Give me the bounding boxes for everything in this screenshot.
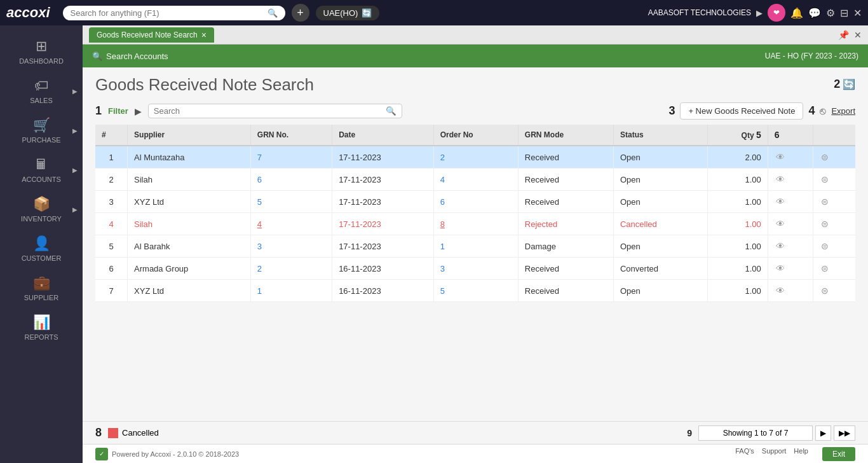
cell-more-action[interactable]: ⊜ xyxy=(813,213,855,235)
export-window-button[interactable]: ⎋ xyxy=(820,106,826,117)
purchase-icon: 🛒 xyxy=(33,117,50,134)
new-grn-button[interactable]: + New Goods Received Note xyxy=(680,102,803,120)
cell-more-action[interactable]: ⊜ xyxy=(813,280,855,302)
table-row[interactable]: 4 Silah 4 17-11-2023 8 Rejected Cancelle… xyxy=(95,213,855,235)
cell-more-action[interactable]: ⊜ xyxy=(813,146,855,169)
export-button[interactable]: Export xyxy=(831,106,855,116)
footer-links: FAQ's Support Help Exit xyxy=(735,447,855,461)
sidebar-item-reports[interactable]: 📊 REPORTS xyxy=(0,308,83,347)
view-button[interactable]: 👁 xyxy=(775,218,786,230)
cell-grn-no[interactable]: 6 xyxy=(250,169,332,191)
tab-grn-search[interactable]: Goods Received Note Search × xyxy=(89,27,214,43)
annotation-1: 1 xyxy=(95,104,102,118)
view-button[interactable]: 👁 xyxy=(775,240,786,252)
add-button[interactable]: + xyxy=(292,4,309,22)
cell-grn-no[interactable]: 4 xyxy=(250,213,332,235)
pagination-next-button[interactable]: ▶ xyxy=(815,425,831,441)
table-row[interactable]: 3 XYZ Ltd 5 17-11-2023 6 Received Open 1… xyxy=(95,191,855,213)
cell-view-action[interactable]: 👁 xyxy=(768,191,813,213)
view-button[interactable]: 👁 xyxy=(775,151,786,163)
cell-view-action[interactable]: 👁 xyxy=(768,235,813,258)
global-search-icon[interactable]: 🔍 xyxy=(268,8,278,18)
filter-play-button[interactable]: ▶ xyxy=(135,106,142,116)
cell-date: 16-11-2023 xyxy=(332,258,434,280)
search-input[interactable] xyxy=(154,106,386,116)
cell-grn-no[interactable]: 3 xyxy=(250,235,332,258)
cell-view-action[interactable]: 👁 xyxy=(768,146,813,169)
cell-date: 17-11-2023 xyxy=(332,146,434,169)
footer-support-link[interactable]: Support xyxy=(762,447,787,461)
table-row[interactable]: 2 Silah 6 17-11-2023 4 Received Open 1.0… xyxy=(95,169,855,191)
footer-faqs-link[interactable]: FAQ's xyxy=(735,447,754,461)
table-row[interactable]: 1 Al Muntazaha 7 17-11-2023 2 Received O… xyxy=(95,146,855,169)
sidebar-item-sales[interactable]: 🏷 SALES ▶ xyxy=(0,71,83,111)
sidebar-item-accounts[interactable]: 🖩 ACCOUNTS ▶ xyxy=(0,150,83,190)
cell-order-no[interactable]: 4 xyxy=(433,169,518,191)
cell-status: Open xyxy=(613,191,707,213)
cell-order-no[interactable]: 2 xyxy=(433,146,518,169)
messages-icon[interactable]: 💬 xyxy=(808,7,821,19)
view-button[interactable]: 👁 xyxy=(775,173,786,186)
cell-order-no[interactable]: 6 xyxy=(433,191,518,213)
more-button[interactable]: ⊜ xyxy=(820,262,830,275)
more-button[interactable]: ⊜ xyxy=(820,151,830,163)
table-row[interactable]: 5 Al Barahk 3 17-11-2023 1 Damage Open 1… xyxy=(95,235,855,258)
sidebar-item-customer[interactable]: 👤 CUSTOMER xyxy=(0,229,83,268)
search-accounts-button[interactable]: 🔍 Search Accounts xyxy=(92,52,168,61)
cell-grn-no[interactable]: 2 xyxy=(250,258,332,280)
close-icon[interactable]: ✕ xyxy=(853,7,862,19)
cell-view-action[interactable]: 👁 xyxy=(768,280,813,302)
tab-close-button[interactable]: × xyxy=(201,30,207,40)
settings-icon[interactable]: ⚙ xyxy=(826,7,835,19)
avatar[interactable]: ❤ xyxy=(768,4,785,22)
cell-more-action[interactable]: ⊜ xyxy=(813,235,855,258)
cell-view-action[interactable]: 👁 xyxy=(768,213,813,235)
cell-order-no[interactable]: 3 xyxy=(433,258,518,280)
cell-more-action[interactable]: ⊜ xyxy=(813,258,855,280)
cell-grn-mode: Received xyxy=(518,191,613,213)
cell-grn-no[interactable]: 5 xyxy=(250,191,332,213)
tab-window-close-button[interactable]: ✕ xyxy=(854,30,862,40)
cell-more-action[interactable]: ⊜ xyxy=(813,169,855,191)
sidebar-item-dashboard[interactable]: ⊞ DASHBOARD xyxy=(0,32,83,71)
footer-help-link[interactable]: Help xyxy=(794,447,808,461)
cell-more-action[interactable]: ⊜ xyxy=(813,191,855,213)
more-button[interactable]: ⊜ xyxy=(820,218,830,230)
table-row[interactable]: 6 Armada Group 2 16-11-2023 3 Received C… xyxy=(95,258,855,280)
cell-order-no[interactable]: 1 xyxy=(433,235,518,258)
cell-view-action[interactable]: 👁 xyxy=(768,169,813,191)
global-search-input[interactable] xyxy=(71,8,264,18)
accounts-icon: 🖩 xyxy=(34,156,48,173)
exit-button[interactable]: Exit xyxy=(822,447,855,461)
table-row[interactable]: 7 XYZ Ltd 1 16-11-2023 5 Received Open 1… xyxy=(95,280,855,302)
cell-grn-no[interactable]: 1 xyxy=(250,280,332,302)
global-search-bar[interactable]: 🔍 xyxy=(63,6,285,20)
more-button[interactable]: ⊜ xyxy=(820,173,830,186)
cell-order-no[interactable]: 5 xyxy=(433,280,518,302)
sidebar-item-inventory[interactable]: 📦 INVENTORY ▶ xyxy=(0,190,83,229)
app-logo: accoxi xyxy=(6,4,50,21)
cell-view-action[interactable]: 👁 xyxy=(768,258,813,280)
minimize-icon[interactable]: ⊟ xyxy=(840,7,848,19)
more-button[interactable]: ⊜ xyxy=(820,240,830,252)
search-go-button[interactable]: 🔍 xyxy=(386,106,397,116)
refresh-page-icon[interactable]: 🔄 xyxy=(843,79,855,90)
col-order-no: Order No xyxy=(433,125,518,146)
view-button[interactable]: 👁 xyxy=(775,284,786,297)
view-button[interactable]: 👁 xyxy=(775,195,786,208)
branch-selector[interactable]: UAE(HO) 🔄 xyxy=(316,6,380,20)
sidebar-item-purchase[interactable]: 🛒 PURCHASE ▶ xyxy=(0,111,83,150)
notifications-icon[interactable]: 🔔 xyxy=(790,7,803,19)
sidebar-item-supplier[interactable]: 💼 SUPPLIER xyxy=(0,268,83,308)
filter-button[interactable]: Filter xyxy=(108,106,128,116)
tab-pin-button[interactable]: 📌 xyxy=(838,30,849,40)
sidebar-label-dashboard: DASHBOARD xyxy=(19,57,64,65)
more-button[interactable]: ⊜ xyxy=(820,284,830,297)
more-button[interactable]: ⊜ xyxy=(820,195,830,208)
cell-order-no[interactable]: 8 xyxy=(433,213,518,235)
view-button[interactable]: 👁 xyxy=(775,262,786,275)
refresh-icon[interactable]: 🔄 xyxy=(362,8,372,18)
cell-grn-no[interactable]: 7 xyxy=(250,146,332,169)
cell-date: 17-11-2023 xyxy=(332,213,434,235)
pagination-last-button[interactable]: ▶▶ xyxy=(834,425,855,441)
